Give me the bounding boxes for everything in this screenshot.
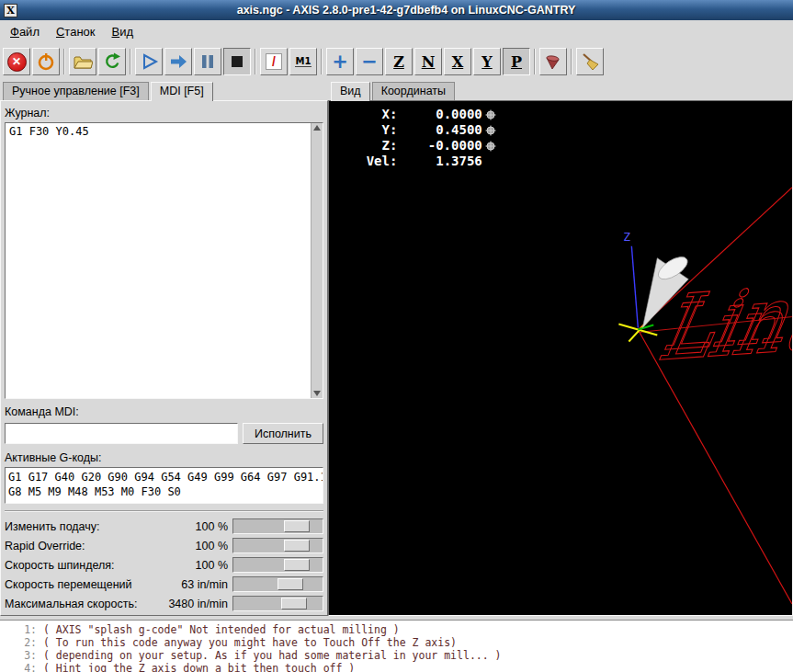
toolbar: ✕ xyxy=(0,42,793,81)
mdi-history-list[interactable]: G1 F30 Y0.45 xyxy=(6,123,311,398)
toolbar-separator xyxy=(321,49,323,74)
view-front-button[interactable]: Y xyxy=(473,48,501,75)
gcode-line-text: ( To run this code anyway you might have… xyxy=(43,636,457,649)
history-scrollbar[interactable] xyxy=(311,123,323,398)
spindle-override-value: 100 % xyxy=(160,559,228,572)
slider-thumb[interactable] xyxy=(284,559,310,571)
readout-vel-row: Vel: 1.3756 xyxy=(351,154,496,169)
open-file-button[interactable] xyxy=(69,48,96,75)
spindle-override-label: Скорость шпинделя: xyxy=(5,559,155,572)
toolbar-separator xyxy=(534,49,536,74)
rotate-view-button[interactable] xyxy=(539,48,567,75)
active-gcodes-line1: G1 G17 G40 G20 G90 G94 G54 G49 G99 G64 G… xyxy=(8,470,320,484)
readout-z-label: Z: xyxy=(351,138,397,154)
tab-mdi[interactable]: MDI [F5] xyxy=(151,82,213,101)
slider-thumb[interactable] xyxy=(284,520,310,532)
homed-icon xyxy=(485,125,496,136)
rotate-cone-icon xyxy=(543,51,563,72)
clear-plot-button[interactable] xyxy=(576,48,604,75)
estop-button[interactable]: ✕ xyxy=(3,48,30,75)
window-title: axis.ngc - AXIS 2.8.0-pre1-42-g7dbefb4 o… xyxy=(23,4,789,17)
gcode-line[interactable]: 2: ( To run this code anyway you might h… xyxy=(0,636,793,649)
pause-icon xyxy=(198,51,218,72)
mdi-command-input[interactable] xyxy=(5,423,238,444)
jog-speed-label: Скорость перемещений xyxy=(5,578,155,591)
gcode-line[interactable]: 1: ( AXIS "splash g-code" Not intended f… xyxy=(0,623,793,636)
toolbar-separator xyxy=(571,49,572,74)
jog-speed-row: Скорость перемещений 63 in/min xyxy=(5,575,323,594)
left-tabs: Ручное управление [F3] MDI [F5] xyxy=(0,81,328,100)
readout-z-value: -0.0000 xyxy=(397,138,481,154)
title-bar: X axis.ngc - AXIS 2.8.0-pre1-42-g7dbefb4… xyxy=(0,0,793,20)
gcode-line-number: 4: xyxy=(0,662,37,672)
active-gcodes-line2: G8 M5 M9 M48 M53 M0 F30 S0 xyxy=(8,484,320,499)
slider-thumb[interactable] xyxy=(278,578,303,590)
max-velocity-label: Максимальная скорость: xyxy=(5,598,155,610)
view-rotated-top-button[interactable]: N xyxy=(414,48,442,75)
readout-x-label: X: xyxy=(351,107,397,122)
tab-manual-control[interactable]: Ручное управление [F3] xyxy=(3,82,149,100)
skip-lines-button[interactable]: / xyxy=(260,48,288,75)
toolbar-separator xyxy=(255,49,256,74)
feed-override-row: Изменить подачу: 100 % xyxy=(5,517,323,536)
preview-3d[interactable]: Linux Linux Z X: 0.0000 xyxy=(328,100,793,616)
feed-override-slider[interactable] xyxy=(232,518,323,534)
zoom-in-button[interactable]: + xyxy=(326,48,354,75)
jog-speed-slider[interactable] xyxy=(232,576,323,592)
gcode-line[interactable]: 3: ( depending on your setup. As if you … xyxy=(0,649,793,662)
toolbar-separator xyxy=(63,49,65,74)
step-button[interactable] xyxy=(164,48,192,75)
reload-button[interactable] xyxy=(98,48,126,75)
estop-icon: ✕ xyxy=(7,52,27,72)
gcode-line[interactable]: 4: ( Hint jog the Z axis down a bit then… xyxy=(0,662,793,672)
mdi-history-item[interactable]: G1 F30 Y0.45 xyxy=(9,125,307,138)
slider-thumb[interactable] xyxy=(284,540,310,552)
readout-x-value: 0.0000 xyxy=(397,107,481,122)
toolpath-scene: Linux Linux Z xyxy=(329,101,792,615)
view-perspective-button[interactable]: P xyxy=(503,48,530,75)
zoom-in-icon: + xyxy=(332,52,348,71)
scroll-down-icon[interactable] xyxy=(313,391,321,396)
readout-x-row: X: 0.0000 xyxy=(351,107,496,122)
slider-thumb[interactable] xyxy=(281,598,307,609)
feed-override-label: Изменить подачу: xyxy=(5,520,155,533)
scroll-up-icon[interactable] xyxy=(313,125,321,131)
readout-y-row: Y: 0.4500 xyxy=(351,122,496,138)
optional-stop-button[interactable]: M1 xyxy=(289,48,317,75)
mdi-history-box: G1 F30 Y0.45 xyxy=(5,122,323,399)
gcode-line-text: ( AXIS "splash g-code" Not intended for … xyxy=(43,623,400,636)
z-axis-label: Z xyxy=(623,230,630,244)
view-side-button[interactable]: X xyxy=(444,48,471,75)
readout-z-row: Z: -0.0000 xyxy=(351,138,496,154)
readout-vel-value: 1.3756 xyxy=(397,154,481,169)
mdi-execute-button[interactable]: Исполнить xyxy=(243,423,323,444)
spindle-override-slider[interactable] xyxy=(232,557,323,573)
active-gcodes-label: Активные G-коды: xyxy=(5,451,323,464)
toolbar-separator xyxy=(130,49,131,74)
machine-power-button[interactable] xyxy=(32,48,60,75)
zoom-out-button[interactable]: − xyxy=(356,48,383,75)
rapid-override-slider[interactable] xyxy=(232,538,323,553)
mdi-command-label: Команда MDI: xyxy=(5,405,323,418)
menu-file[interactable]: Файл xyxy=(2,22,48,41)
jog-speed-value: 63 in/min xyxy=(160,578,228,591)
tab-dro[interactable]: Координаты xyxy=(372,82,455,100)
active-gcodes-box: G1 G17 G40 G20 G90 G94 G54 G49 G99 G64 G… xyxy=(5,467,323,504)
gcode-line-number: 2: xyxy=(0,636,37,649)
mdi-panel: Журнал: G1 F30 Y0.45 Команда MDI: Исполн… xyxy=(0,100,328,616)
menu-bar: Файл Станок Вид xyxy=(0,20,793,42)
menu-machine[interactable]: Станок xyxy=(48,22,104,41)
main-area: Ручное управление [F3] MDI [F5] Журнал: … xyxy=(0,81,793,616)
mdi-command-row: Исполнить xyxy=(5,423,323,444)
menu-view[interactable]: Вид xyxy=(104,22,142,41)
readout-y-label: Y: xyxy=(351,122,397,138)
tab-preview[interactable]: Вид xyxy=(331,82,370,101)
view-top-button[interactable]: Z xyxy=(385,48,413,75)
feed-override-value: 100 % xyxy=(160,520,228,533)
max-velocity-slider[interactable] xyxy=(232,596,323,611)
pause-button[interactable] xyxy=(194,48,221,75)
rapid-override-value: 100 % xyxy=(160,540,228,552)
run-button[interactable] xyxy=(135,48,163,75)
window-icon[interactable]: X xyxy=(4,4,17,17)
stop-button[interactable] xyxy=(223,48,251,75)
